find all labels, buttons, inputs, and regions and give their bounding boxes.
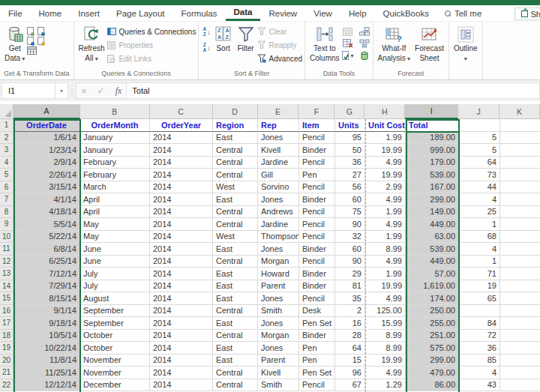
cell-K9[interactable] — [500, 218, 540, 231]
forecast-sheet-button[interactable]: Forecast Sheet — [412, 24, 446, 64]
cell-E18[interactable]: Morgan — [258, 330, 299, 343]
cell-J9[interactable]: 1 — [459, 218, 500, 231]
cell-K19[interactable] — [500, 342, 540, 355]
cell-I4[interactable]: 179.00 — [406, 157, 459, 169]
cell-I12[interactable]: 449.00 — [406, 256, 459, 268]
column-header-D[interactable]: D — [213, 104, 258, 119]
cell-K3[interactable] — [500, 144, 540, 157]
cell-F15[interactable]: Pencil — [299, 292, 335, 305]
cell-E12[interactable]: Morgan — [258, 256, 299, 268]
cell-J7[interactable]: 4 — [459, 193, 500, 206]
cell-G3[interactable]: 50 — [335, 144, 365, 157]
cell-B15[interactable]: August — [80, 292, 150, 305]
insert-function-icon[interactable] — [116, 85, 122, 97]
cell-E19[interactable]: Jones — [258, 342, 299, 355]
cell-C19[interactable]: 2014 — [150, 342, 213, 355]
from-table-range-icon[interactable] — [27, 46, 37, 55]
cell-D5[interactable]: Central — [213, 169, 258, 181]
cell-D7[interactable]: East — [213, 193, 258, 206]
cell-E7[interactable]: Jones — [258, 193, 299, 206]
column-header-H[interactable]: H — [364, 104, 405, 119]
cell-D6[interactable]: West — [213, 181, 258, 194]
cell-I5[interactable]: 539.00 — [406, 169, 459, 181]
cell-C9[interactable]: 2014 — [150, 218, 213, 231]
cell-K8[interactable] — [500, 206, 540, 219]
cell-B10[interactable]: May — [80, 231, 150, 244]
cell-A4[interactable]: 2/9/14 — [14, 157, 80, 169]
cell-H2[interactable]: 1.99 — [365, 132, 406, 145]
cell-D19[interactable]: East — [213, 342, 258, 355]
cell-B7[interactable]: April — [80, 193, 150, 206]
cell-G2[interactable]: 95 — [335, 132, 365, 145]
cell-G1[interactable]: Units — [335, 119, 365, 132]
cell-K16[interactable] — [500, 305, 540, 318]
cell-I16[interactable]: 250.00 — [406, 305, 459, 318]
cell-F18[interactable]: Binder — [299, 330, 335, 343]
cell-D8[interactable]: Central — [213, 206, 258, 219]
tab-insert[interactable]: Insert — [70, 5, 108, 21]
cell-C6[interactable]: 2014 — [150, 181, 213, 194]
cell-B22[interactable]: December — [80, 379, 150, 392]
cell-E3[interactable]: Kivell — [258, 144, 299, 157]
tab-data[interactable]: Data — [226, 5, 261, 21]
cell-D20[interactable]: East — [213, 355, 258, 367]
cell-J3[interactable]: 5 — [459, 144, 500, 157]
row-header-5[interactable]: 5 — [0, 169, 14, 181]
cell-C15[interactable]: 2014 — [150, 292, 213, 305]
consolidate-icon[interactable] — [358, 38, 370, 49]
cell-J4[interactable]: 64 — [459, 157, 500, 169]
existing-connections-icon[interactable] — [38, 37, 44, 45]
cell-F7[interactable]: Binder — [299, 193, 335, 206]
row-header-8[interactable]: 8 — [0, 206, 14, 219]
cell-J2[interactable]: 5 — [459, 132, 500, 145]
cell-A15[interactable]: 8/15/14 — [14, 292, 80, 305]
recent-sources-icon[interactable] — [38, 27, 44, 35]
cell-B6[interactable]: March — [80, 181, 150, 194]
row-header-7[interactable]: 7 — [0, 193, 14, 206]
cell-A10[interactable]: 5/22/14 — [14, 231, 80, 244]
cell-E17[interactable]: Jones — [258, 317, 299, 330]
cell-K20[interactable] — [500, 355, 540, 367]
cell-G22[interactable]: 67 — [335, 379, 365, 392]
row-header-9[interactable]: 9 — [0, 218, 14, 231]
cell-C5[interactable]: 2014 — [150, 169, 213, 181]
column-header-B[interactable]: B — [80, 104, 150, 119]
cell-G14[interactable]: 81 — [335, 280, 365, 293]
cell-F22[interactable]: Pencil — [299, 379, 335, 392]
formula-input[interactable]: Total — [127, 82, 540, 99]
column-header-J[interactable]: J — [458, 104, 500, 119]
cell-A17[interactable]: 9/18/14 — [14, 317, 80, 330]
cell-I15[interactable]: 174.00 — [406, 292, 459, 305]
cell-H10[interactable]: 1.99 — [365, 231, 406, 244]
cell-H9[interactable]: 4.99 — [365, 218, 406, 231]
cell-I20[interactable]: 299.00 — [406, 355, 459, 367]
cell-H12[interactable]: 4.99 — [365, 256, 406, 268]
cell-G4[interactable]: 36 — [335, 157, 365, 169]
cell-G9[interactable]: 90 — [335, 218, 365, 231]
cell-G13[interactable]: 29 — [335, 268, 365, 280]
cell-I21[interactable]: 479.00 — [406, 367, 459, 379]
cell-D11[interactable]: East — [213, 243, 258, 256]
cell-C10[interactable]: 2014 — [150, 231, 213, 244]
cell-J21[interactable]: 4 — [459, 367, 500, 379]
cell-B21[interactable]: November — [80, 367, 150, 379]
cell-E2[interactable]: Jones — [258, 132, 299, 145]
cell-J5[interactable]: 73 — [459, 169, 500, 181]
cell-H14[interactable]: 19.99 — [365, 280, 406, 293]
cell-J6[interactable]: 44 — [459, 181, 500, 194]
queries-connections-button[interactable]: Queries & Connections — [107, 25, 196, 37]
cell-F16[interactable]: Desk — [299, 305, 335, 318]
tab-quickbooks[interactable]: QuickBooks — [375, 5, 437, 21]
name-box-dropdown[interactable] — [56, 82, 68, 99]
row-header-15[interactable]: 15 — [0, 292, 14, 305]
cell-I17[interactable]: 255.00 — [406, 317, 459, 330]
row-header-2[interactable]: 2 — [0, 132, 14, 145]
remove-duplicates-icon[interactable] — [342, 38, 354, 49]
tab-formulas[interactable]: Formulas — [173, 5, 226, 21]
row-header-11[interactable]: 11 — [0, 243, 14, 256]
row-header-12[interactable]: 12 — [0, 256, 14, 268]
cell-A3[interactable]: 1/23/14 — [14, 144, 80, 157]
cell-A13[interactable]: 7/12/14 — [14, 268, 80, 280]
cell-D13[interactable]: East — [213, 268, 258, 280]
cell-A16[interactable]: 9/1/14 — [14, 305, 80, 318]
